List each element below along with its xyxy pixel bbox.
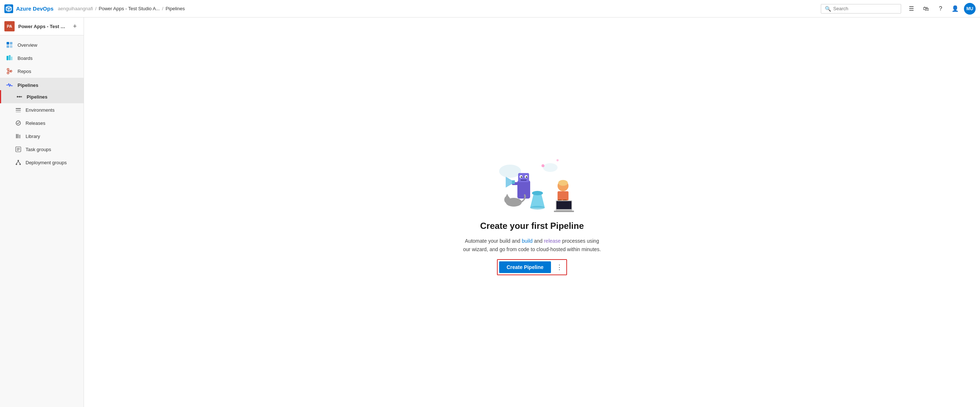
svg-rect-20 bbox=[18, 134, 18, 138]
overview-icon bbox=[6, 41, 13, 49]
empty-state: Create your first Pipeline Automate your… bbox=[448, 135, 616, 290]
svg-marker-43 bbox=[506, 176, 512, 188]
svg-point-7 bbox=[7, 68, 9, 70]
svg-point-34 bbox=[557, 159, 558, 161]
boards-label: Boards bbox=[18, 56, 32, 61]
sidebar-item-pipelines[interactable]: Pipelines bbox=[0, 90, 84, 103]
azure-devops-logo-icon bbox=[5, 5, 13, 13]
build-link[interactable]: build bbox=[522, 238, 533, 244]
task-groups-label: Task groups bbox=[25, 147, 51, 152]
user-settings-icon[interactable]: 👤 bbox=[949, 3, 961, 14]
boards-icon bbox=[6, 54, 13, 62]
svg-rect-15 bbox=[16, 108, 21, 109]
sidebar-item-pipelines-section[interactable]: Pipelines bbox=[0, 78, 84, 90]
svg-rect-10 bbox=[17, 96, 18, 97]
environments-label: Environments bbox=[25, 107, 54, 113]
svg-rect-44 bbox=[512, 180, 515, 184]
svg-rect-19 bbox=[16, 134, 17, 138]
svg-rect-11 bbox=[19, 96, 21, 97]
svg-point-26 bbox=[18, 160, 19, 161]
sidebar-item-environments[interactable]: Environments bbox=[0, 103, 84, 116]
svg-point-27 bbox=[16, 164, 17, 165]
avatar[interactable]: MU bbox=[964, 3, 975, 14]
topbar: Azure DevOps aenguihaangnafi / Power App… bbox=[0, 0, 980, 17]
svg-point-8 bbox=[7, 72, 9, 74]
sidebar-item-library[interactable]: Library bbox=[0, 130, 84, 143]
release-link[interactable]: release bbox=[544, 238, 561, 244]
search-box[interactable]: 🔍 bbox=[821, 4, 901, 14]
app-logo[interactable]: Azure DevOps bbox=[5, 5, 54, 13]
search-input[interactable] bbox=[833, 6, 897, 11]
search-icon: 🔍 bbox=[825, 6, 831, 12]
svg-point-54 bbox=[558, 180, 568, 186]
svg-point-48 bbox=[532, 191, 543, 195]
sidebar-item-boards[interactable]: Boards bbox=[0, 51, 84, 65]
sidebar-project-header: PA Power Apps - Test Stud... + bbox=[0, 17, 84, 35]
svg-rect-16 bbox=[16, 110, 21, 111]
svg-marker-47 bbox=[506, 194, 509, 197]
svg-line-30 bbox=[18, 161, 20, 164]
svg-rect-36 bbox=[518, 173, 529, 182]
pipelines-section-icon bbox=[6, 81, 13, 89]
svg-rect-56 bbox=[557, 201, 571, 209]
releases-icon bbox=[14, 119, 22, 127]
sidebar-item-releases[interactable]: Releases bbox=[0, 116, 84, 130]
overview-label: Overview bbox=[18, 42, 37, 48]
svg-point-28 bbox=[19, 164, 21, 165]
library-label: Library bbox=[25, 134, 40, 139]
help-icon[interactable]: ? bbox=[935, 3, 947, 14]
deployment-icon bbox=[14, 159, 22, 166]
create-pipeline-button[interactable]: Create Pipeline bbox=[499, 261, 550, 273]
svg-rect-12 bbox=[21, 96, 22, 97]
svg-point-49 bbox=[530, 206, 545, 210]
sidebar-item-task-groups[interactable]: Task groups bbox=[0, 143, 84, 156]
releases-label: Releases bbox=[25, 121, 45, 126]
pipelines-sub-icon bbox=[16, 93, 23, 100]
svg-rect-41 bbox=[521, 180, 527, 181]
project-name: Power Apps - Test Stud... bbox=[18, 24, 67, 29]
repos-icon bbox=[6, 68, 13, 75]
svg-point-46 bbox=[504, 196, 510, 204]
sidebar-item-deployment-groups[interactable]: Deployment groups bbox=[0, 156, 84, 169]
breadcrumb-org: aenguihaangnafi bbox=[58, 6, 93, 11]
svg-rect-5 bbox=[9, 55, 11, 60]
pipelines-section-label: Pipelines bbox=[18, 83, 38, 88]
empty-state-description: Automate your build and build and releas… bbox=[463, 237, 601, 253]
empty-state-title: Create your first Pipeline bbox=[480, 221, 584, 231]
app-name: Azure DevOps bbox=[16, 5, 54, 12]
marketplace-icon[interactable]: 🛍 bbox=[920, 3, 932, 14]
svg-rect-0 bbox=[6, 42, 9, 45]
svg-point-40 bbox=[526, 176, 527, 178]
svg-point-32 bbox=[543, 163, 558, 172]
svg-rect-51 bbox=[558, 191, 568, 200]
breadcrumb-sep1: / bbox=[95, 6, 97, 11]
taskgroups-icon bbox=[14, 146, 22, 153]
sidebar-nav: Overview Boards bbox=[0, 35, 84, 172]
svg-rect-6 bbox=[11, 57, 13, 60]
pipeline-illustration bbox=[477, 149, 587, 215]
more-options-button[interactable]: ⋮ bbox=[554, 262, 565, 273]
svg-line-29 bbox=[16, 161, 18, 164]
svg-rect-57 bbox=[554, 211, 574, 212]
svg-rect-1 bbox=[10, 42, 13, 45]
topbar-actions: ☰ 🛍 ? 👤 MU bbox=[905, 3, 975, 14]
breadcrumb-project[interactable]: Power Apps - Test Studio A... bbox=[99, 6, 159, 11]
sidebar-item-overview[interactable]: Overview bbox=[0, 38, 84, 51]
breadcrumb-sep2: / bbox=[162, 6, 164, 11]
main-content: Create your first Pipeline Automate your… bbox=[84, 17, 980, 407]
svg-rect-21 bbox=[19, 135, 21, 138]
svg-rect-35 bbox=[517, 180, 530, 199]
library-icon bbox=[14, 132, 22, 140]
pipelines-sub-label: Pipelines bbox=[27, 94, 48, 100]
add-project-button[interactable]: + bbox=[70, 22, 79, 31]
sidebar-item-repos[interactable]: Repos bbox=[0, 65, 84, 78]
project-avatar: PA bbox=[5, 21, 14, 32]
environments-icon bbox=[14, 106, 22, 113]
deployment-groups-label: Deployment groups bbox=[25, 160, 67, 165]
svg-rect-2 bbox=[6, 45, 9, 48]
svg-point-39 bbox=[521, 176, 522, 178]
layout: PA Power Apps - Test Stud... + Overview bbox=[0, 17, 980, 407]
sidebar: PA Power Apps - Test Stud... + Overview bbox=[0, 17, 84, 407]
svg-point-31 bbox=[499, 165, 521, 178]
notifications-icon[interactable]: ☰ bbox=[905, 3, 917, 14]
